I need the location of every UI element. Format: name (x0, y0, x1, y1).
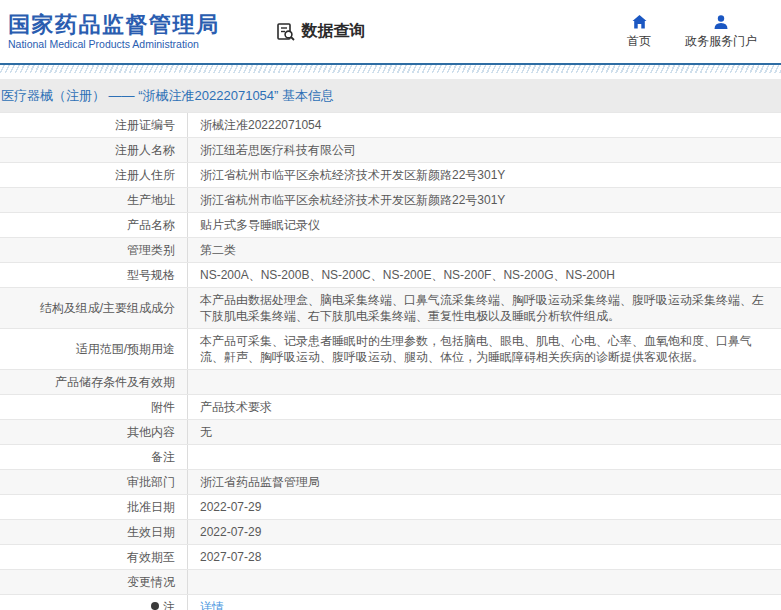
table-row: 注册人住所浙江省杭州市临平区余杭经济技术开发区新颜路22号301Y (0, 163, 781, 188)
nmpa-logo[interactable]: 国家药品监督管理局 National Medical Products Admi… (8, 12, 220, 51)
row-value: 本产品由数据处理盒、脑电采集终端、口鼻气流采集终端、胸呼吸运动采集终端、腹呼吸运… (188, 288, 781, 328)
row-label: 其他内容 (0, 420, 188, 444)
row-value: 无 (188, 420, 781, 444)
row-value: 浙江省药品监督管理局 (188, 470, 781, 494)
row-value: 产品技术要求 (188, 395, 781, 419)
row-value: 浙江省杭州市临平区余杭经济技术开发区新颜路22号301Y (188, 188, 781, 212)
row-value: 浙江纽若思医疗科技有限公司 (188, 138, 781, 162)
nav-gov-portal-label: 政务服务门户 (685, 33, 757, 50)
row-label: 附件 (0, 395, 188, 419)
hatch-band (0, 65, 781, 73)
nav-home-label: 首页 (627, 33, 651, 50)
row-label: 产品储存条件及有效期 (0, 370, 188, 394)
breadcrumb: 医疗器械（注册） —— “浙械注准20222071054” 基本信息 (1, 87, 334, 105)
row-label: 备注 (0, 445, 188, 469)
user-icon (713, 14, 729, 30)
table-row: 产品储存条件及有效期 (0, 370, 781, 395)
row-label: 产品名称 (0, 213, 188, 237)
row-value: 第二类 (188, 238, 781, 262)
row-label: 适用范围/预期用途 (0, 329, 188, 369)
header-nav: 首页 政务服务门户 (627, 14, 767, 50)
row-value: 浙江省杭州市临平区余杭经济技术开发区新颜路22号301Y (188, 163, 781, 187)
nav-gov-portal[interactable]: 政务服务门户 (685, 14, 757, 50)
table-row: 结构及组成/主要组成成分本产品由数据处理盒、脑电采集终端、口鼻气流采集终端、胸呼… (0, 288, 781, 329)
row-value: 浙械注准20222071054 (188, 113, 781, 137)
row-value: 2022-07-29 (188, 495, 781, 519)
table-row: 审批部门浙江省药品监督管理局 (0, 470, 781, 495)
table-row: 批准日期2022-07-29 (0, 495, 781, 520)
data-query-section: 数据查询 (276, 21, 366, 42)
table-row: 注册人名称浙江纽若思医疗科技有限公司 (0, 138, 781, 163)
row-value (188, 445, 781, 469)
table-row: 型号规格NS-200A、NS-200B、NS-200C、NS-200E、NS-2… (0, 263, 781, 288)
logo-subtitle: National Medical Products Administration (8, 38, 220, 51)
table-row: 附件产品技术要求 (0, 395, 781, 420)
row-label: 注册证编号 (0, 113, 188, 137)
row-value (188, 570, 781, 594)
row-label: 有效期至 (0, 545, 188, 569)
row-label: 生产地址 (0, 188, 188, 212)
data-query-label: 数据查询 (302, 21, 366, 42)
table-row: 注详情 (0, 595, 781, 610)
row-value: NS-200A、NS-200B、NS-200C、NS-200E、NS-200F、… (188, 263, 781, 287)
table-row: 管理类别第二类 (0, 238, 781, 263)
table-row: 有效期至2027-07-28 (0, 545, 781, 570)
table-row: 生效日期2022-07-29 (0, 520, 781, 545)
row-label: 注 (0, 595, 188, 610)
row-value: 本产品可采集、记录患者睡眠时的生理参数，包括脑电、眼电、肌电、心电、心率、血氧饱… (188, 329, 781, 369)
note-icon (151, 602, 160, 610)
table-row: 适用范围/预期用途本产品可采集、记录患者睡眠时的生理参数，包括脑电、眼电、肌电、… (0, 329, 781, 370)
row-label: 批准日期 (0, 495, 188, 519)
table-row: 产品名称贴片式多导睡眠记录仪 (0, 213, 781, 238)
logo-title: 国家药品监督管理局 (8, 12, 220, 38)
info-table: 注册证编号浙械注准20222071054注册人名称浙江纽若思医疗科技有限公司注册… (0, 112, 781, 610)
row-label: 审批部门 (0, 470, 188, 494)
home-icon (631, 14, 648, 30)
page: 国家药品监督管理局 National Medical Products Admi… (0, 0, 781, 610)
row-label: 结构及组成/主要组成成分 (0, 288, 188, 328)
details-link[interactable]: 详情 (200, 599, 224, 610)
table-row: 注册证编号浙械注准20222071054 (0, 113, 781, 138)
data-query-icon (276, 22, 296, 42)
row-label: 注册人名称 (0, 138, 188, 162)
row-value: 2027-07-28 (188, 545, 781, 569)
row-value: 贴片式多导睡眠记录仪 (188, 213, 781, 237)
nav-home[interactable]: 首页 (627, 14, 651, 50)
table-row: 备注 (0, 445, 781, 470)
row-value: 2022-07-29 (188, 520, 781, 544)
row-label: 生效日期 (0, 520, 188, 544)
table-row: 变更情况 (0, 570, 781, 595)
site-header: 国家药品监督管理局 National Medical Products Admi… (0, 0, 781, 63)
row-label: 管理类别 (0, 238, 188, 262)
row-label: 型号规格 (0, 263, 188, 287)
row-value (188, 370, 781, 394)
row-value: 详情 (188, 595, 781, 610)
row-label: 注册人住所 (0, 163, 188, 187)
table-row: 生产地址浙江省杭州市临平区余杭经济技术开发区新颜路22号301Y (0, 188, 781, 213)
breadcrumb-band: 医疗器械（注册） —— “浙械注准20222071054” 基本信息 (0, 79, 781, 112)
table-row: 其他内容无 (0, 420, 781, 445)
row-label: 变更情况 (0, 570, 188, 594)
